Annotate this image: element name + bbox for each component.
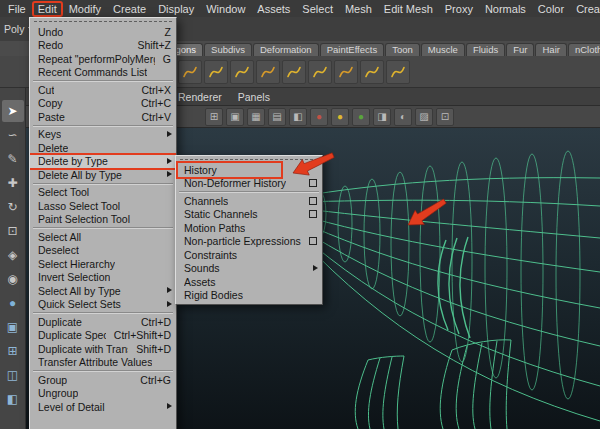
menu-item[interactable]: Redo Shift+Z	[30, 39, 176, 53]
curve-preset-icon[interactable]	[334, 60, 358, 84]
submenu-item[interactable]: History	[176, 163, 322, 177]
menu-item[interactable]: Level of Detail	[30, 400, 176, 414]
menu-item[interactable]: Undo Z	[30, 25, 176, 39]
soft-mod-tool-icon[interactable]: ◉	[2, 268, 24, 290]
shelf-tab[interactable]: Toon	[385, 43, 420, 56]
menu-item[interactable]: Deselect	[30, 244, 176, 258]
menubar-item[interactable]: Edit Mesh	[378, 2, 439, 16]
select-camera-icon[interactable]: ⊞	[205, 108, 223, 126]
submenu-item[interactable]	[180, 159, 318, 160]
persp-outliner-layout-icon[interactable]: ◧	[2, 388, 24, 410]
shelf-tab[interactable]: Fluids	[466, 43, 505, 56]
light-yellow-icon[interactable]: ●	[331, 108, 349, 126]
light-green-icon[interactable]: ●	[352, 108, 370, 126]
menubar-item[interactable]: Create UVs	[570, 2, 600, 16]
menu-item[interactable]: Lasso Select Tool	[30, 199, 176, 213]
menu-item[interactable]: Copy Ctrl+C	[30, 97, 176, 111]
textured-icon[interactable]: ▨	[415, 108, 433, 126]
panel-menu-renderer[interactable]: Renderer	[178, 91, 222, 103]
lasso-tool-icon[interactable]: ∽	[2, 124, 24, 146]
paint-selection-tool-icon[interactable]: ✎	[2, 148, 24, 170]
shelf-tab[interactable]: PaintEffects	[320, 43, 385, 56]
menu-item[interactable]	[33, 312, 173, 314]
menu-item[interactable]: Ungroup	[30, 387, 176, 401]
menubar-item[interactable]: Normals	[479, 2, 532, 16]
rotate-tool-icon[interactable]: ↻	[2, 196, 24, 218]
curve-preset-icon[interactable]	[308, 60, 332, 84]
menu-item[interactable]: Select Tool	[30, 186, 176, 200]
menu-item[interactable]	[33, 80, 173, 82]
image-plane-icon[interactable]: ▦	[247, 108, 265, 126]
menubar-item[interactable]: Proxy	[439, 2, 479, 16]
grid-icon[interactable]: ▤	[268, 108, 286, 126]
scale-tool-icon[interactable]: ⊡	[2, 220, 24, 242]
submenu-item[interactable]: Sounds	[176, 262, 322, 276]
curve-preset-icon[interactable]	[360, 60, 384, 84]
menu-item[interactable]: Repeat "performPolyMerge 0" G	[30, 52, 176, 66]
curve-preset-icon[interactable]	[230, 60, 254, 84]
option-box-icon[interactable]	[309, 179, 317, 187]
film-gate-icon[interactable]: ◧	[289, 108, 307, 126]
menu-item[interactable]: Duplicate Ctrl+D	[30, 315, 176, 329]
menubar-item[interactable]: Edit	[32, 1, 63, 17]
menu-item[interactable]: Recent Commands List	[30, 66, 176, 80]
submenu-item[interactable]	[179, 191, 319, 193]
single-pane-layout-icon[interactable]: ▣	[2, 316, 24, 338]
panel-menu-panels[interactable]: Panels	[238, 91, 270, 103]
menu-item[interactable]	[34, 21, 172, 22]
shaded-icon[interactable]: ◐	[394, 108, 412, 126]
two-pane-layout-icon[interactable]: ◫	[2, 364, 24, 386]
submenu-item[interactable]: Motion Paths	[176, 221, 322, 235]
menu-item[interactable]: Delete All by Type	[30, 168, 176, 182]
menu-item[interactable]	[33, 183, 173, 185]
menu-item[interactable]: Paint Selection Tool	[30, 213, 176, 227]
menu-item[interactable]: Quick Select Sets	[30, 298, 176, 312]
menu-item[interactable]: Select All	[30, 230, 176, 244]
resolution-gate-icon[interactable]: ⊡	[436, 108, 454, 126]
lock-camera-icon[interactable]: ▣	[226, 108, 244, 126]
menu-item[interactable]: Transfer Attribute Values	[30, 356, 176, 370]
curve-preset-icon[interactable]	[256, 60, 280, 84]
menu-item[interactable]: Invert Selection	[30, 271, 176, 285]
curve-preset-icon[interactable]	[386, 60, 410, 84]
submenu-item[interactable]: Static Channels	[176, 208, 322, 222]
option-box-icon[interactable]	[309, 237, 317, 245]
option-box-icon[interactable]	[309, 197, 317, 205]
menu-item[interactable]	[33, 370, 173, 372]
menu-item[interactable]: Keys	[30, 128, 176, 142]
shelf-tab[interactable]: Hair	[535, 43, 566, 56]
menu-item[interactable]	[33, 227, 173, 229]
four-pane-layout-icon[interactable]: ⊞	[2, 340, 24, 362]
menubar-item[interactable]: Modify	[63, 2, 107, 16]
submenu-item[interactable]: Channels	[176, 194, 322, 208]
move-tool-icon[interactable]: ✚	[2, 172, 24, 194]
menu-item[interactable]: Duplicate with Transform Shift+D	[30, 342, 176, 356]
menu-item[interactable]	[33, 125, 173, 127]
last-tool-icon[interactable]: ●	[2, 292, 24, 314]
menubar-item[interactable]: Color	[532, 2, 570, 16]
menubar-item[interactable]: File	[2, 2, 32, 16]
shelf-tab[interactable]: Subdivs	[204, 43, 252, 56]
menu-item[interactable]: Paste Ctrl+V	[30, 110, 176, 124]
menubar-item[interactable]: Create	[107, 2, 152, 16]
submenu-item[interactable]: Non-particle Expressions	[176, 235, 322, 249]
menu-item[interactable]: Select All by Type	[30, 284, 176, 298]
menu-item[interactable]: Duplicate Special Ctrl+Shift+D	[30, 329, 176, 343]
shelf-tab[interactable]: nCloth	[568, 43, 600, 56]
menu-item[interactable]: Cut Ctrl+X	[30, 83, 176, 97]
shelf-tab[interactable]: Fur	[506, 43, 534, 56]
submenu-item[interactable]: Rigid Bodies	[176, 289, 322, 303]
menubar-item[interactable]: Assets	[251, 2, 296, 16]
submenu-item[interactable]: Assets	[176, 275, 322, 289]
submenu-item[interactable]: Non-Deformer History	[176, 177, 322, 191]
menubar-item[interactable]: Window	[200, 2, 251, 16]
curve-preset-icon[interactable]	[204, 60, 228, 84]
wireframe-icon[interactable]: ◨	[373, 108, 391, 126]
menubar-item[interactable]: Mesh	[339, 2, 378, 16]
menu-item[interactable]: Select Hierarchy	[30, 257, 176, 271]
menu-item[interactable]: Delete by Type	[30, 155, 176, 169]
curve-preset-icon[interactable]	[282, 60, 306, 84]
option-box-icon[interactable]	[309, 210, 317, 218]
universal-manipulator-icon[interactable]: ◈	[2, 244, 24, 266]
menubar-item[interactable]: Display	[152, 2, 200, 16]
